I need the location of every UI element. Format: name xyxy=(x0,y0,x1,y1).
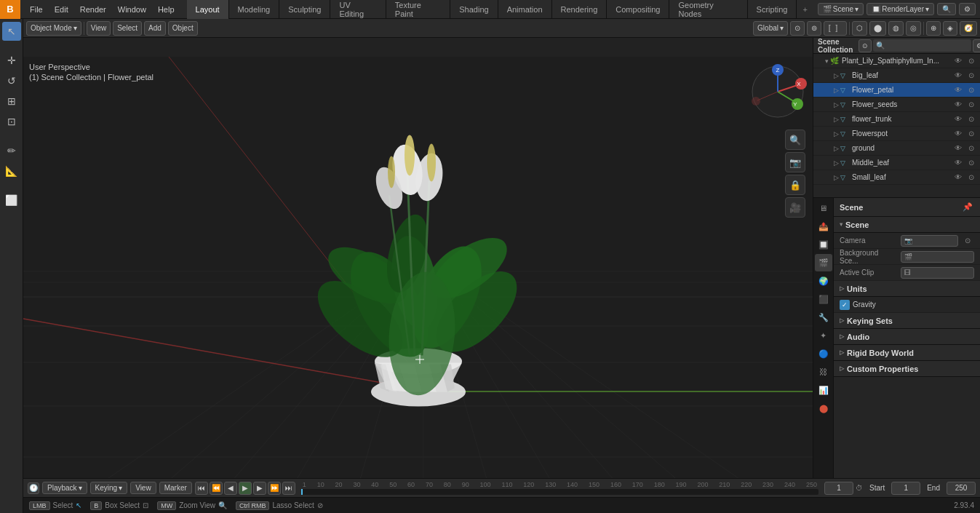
visibility-icon[interactable]: 👁 xyxy=(952,55,964,67)
viewport-overlay-btn[interactable]: ◈ xyxy=(943,21,957,36)
outliner-item-smallleaf[interactable]: ▷ ▽ Small_leaf 👁 ⊙ xyxy=(813,170,980,185)
jump-end-btn[interactable]: ⏭ xyxy=(282,482,295,495)
object-mode-dropdown[interactable]: Object Mode ▾ xyxy=(26,21,81,36)
rendered-shading-btn[interactable]: ◎ xyxy=(906,21,921,36)
view-layer-props-icon[interactable]: 🔲 xyxy=(815,236,832,253)
menu-render[interactable]: Render xyxy=(75,4,111,15)
search-button[interactable]: 🔍 xyxy=(937,3,956,15)
gravity-checkbox[interactable]: ✓ xyxy=(840,300,850,310)
customprops-section-header[interactable]: ▷ Custom Properties xyxy=(834,361,980,377)
add-workspace-button[interactable]: + xyxy=(797,0,813,19)
ground-excl-icon[interactable]: ⊙ xyxy=(965,143,977,154)
jump-start-btn[interactable]: ⏮ xyxy=(195,482,208,495)
rigidbody-section-header[interactable]: ▷ Rigid Body World xyxy=(834,345,980,361)
filter-button[interactable]: ⚙ xyxy=(959,3,976,15)
keying-menu-btn[interactable]: Keying ▾ xyxy=(90,482,128,494)
object-menu-btn[interactable]: Object xyxy=(168,21,198,36)
rotate-tool-btn[interactable]: ↺ xyxy=(2,71,21,90)
render-props-icon[interactable]: 🖥 xyxy=(815,199,832,217)
timeline-type-btn[interactable]: 🕐 xyxy=(28,482,39,494)
menu-help[interactable]: Help xyxy=(153,4,180,15)
current-frame-input[interactable] xyxy=(824,482,853,495)
object-props-icon[interactable]: ⬛ xyxy=(815,290,832,308)
outliner-item-root[interactable]: ▾ 🌿 Plant_Lily_Spathiphyllum_In... 👁 ⊙ xyxy=(813,54,980,68)
ground-vis-icon[interactable]: 👁 xyxy=(952,143,964,154)
timeline-frame-area[interactable]: 1 10 20 30 40 50 60 70 80 90 100 110 120… xyxy=(298,479,821,497)
outliner-item-flowerspot[interactable]: ▷ ▽ Flowerspot 👁 ⊙ xyxy=(813,127,980,141)
outliner-item-flowerseeds[interactable]: ▷ ▽ Flower_seeds 👁 ⊙ xyxy=(813,98,980,112)
units-section-header[interactable]: ▷ Units xyxy=(834,281,980,297)
bigleaf-excl-icon[interactable]: ⊙ xyxy=(965,70,977,81)
tab-scripting[interactable]: Scripting xyxy=(748,0,797,19)
playback-menu-btn[interactable]: Playback ▾ xyxy=(42,482,87,494)
select-tool-btn[interactable]: ↖ xyxy=(2,22,21,41)
middleleaf-vis-icon[interactable]: 👁 xyxy=(952,157,964,169)
viewport[interactable]: User Perspective (1) Scene Collection | … xyxy=(23,38,813,478)
tab-animation[interactable]: Animation xyxy=(498,0,552,19)
add-menu-btn[interactable]: Add xyxy=(144,21,166,36)
tab-geometry-nodes[interactable]: Geometry Nodes xyxy=(669,0,747,19)
select-menu-btn[interactable]: Select xyxy=(113,21,142,36)
flowerspot-excl-icon[interactable]: ⊙ xyxy=(965,128,977,140)
outliner-item-middleleaf[interactable]: ▷ ▽ Middle_leaf 👁 ⊙ xyxy=(813,156,980,170)
camera-browse-btn[interactable]: ⊙ xyxy=(961,235,974,247)
props-pin-btn[interactable]: 📌 xyxy=(961,201,974,214)
wireframe-shading-btn[interactable]: ⬡ xyxy=(852,21,867,36)
outliner-item-flowerpetal[interactable]: ▷ ▽ Flower_petal 👁 ⊙ xyxy=(813,83,980,98)
snap-type-btn[interactable]: 〚〛 xyxy=(824,21,847,36)
modifier-props-icon[interactable]: 🔧 xyxy=(815,309,832,326)
audio-section-header[interactable]: ▷ Audio xyxy=(834,329,980,345)
gizmo-options-btn[interactable]: 🧭 xyxy=(960,21,977,36)
measure-tool-btn[interactable]: 📐 xyxy=(2,162,21,180)
keyingsets-section-header[interactable]: ▷ Keying Sets xyxy=(834,313,980,329)
add-cube-btn[interactable]: ⬜ xyxy=(2,191,21,210)
lock-view-btn[interactable]: 🔒 xyxy=(785,175,805,195)
zoom-in-btn[interactable]: 🔍 xyxy=(785,130,805,150)
outliner-filter-btn[interactable]: ⊙ xyxy=(859,39,872,52)
move-tool-btn[interactable]: ✛ xyxy=(2,51,21,70)
flowertrunk-excl-icon[interactable]: ⊙ xyxy=(965,114,977,125)
scale-tool-btn[interactable]: ⊞ xyxy=(2,92,21,111)
outliner-search-input[interactable] xyxy=(873,39,971,52)
tab-rendering[interactable]: Rendering xyxy=(552,0,607,19)
outliner-item-bigleaf[interactable]: ▷ ▽ Big_leaf 👁 ⊙ xyxy=(813,68,980,83)
solid-shading-btn[interactable]: ⬤ xyxy=(869,21,886,36)
scene-props-icon[interactable]: 🎬 xyxy=(815,254,832,271)
exclude-icon[interactable]: ⊙ xyxy=(965,55,977,67)
world-props-icon[interactable]: 🌍 xyxy=(815,272,832,290)
outliner-item-flowertrunk[interactable]: ▷ ▽ flower_trunk 👁 ⊙ xyxy=(813,112,980,127)
output-props-icon[interactable]: 📤 xyxy=(815,218,832,235)
flowerseeds-vis-icon[interactable]: 👁 xyxy=(952,99,964,111)
tab-texture-paint[interactable]: Texture Paint xyxy=(386,0,450,19)
flowerpetal-excl-icon[interactable]: ⊙ xyxy=(965,84,977,96)
middleleaf-excl-icon[interactable]: ⊙ xyxy=(965,157,977,169)
play-btn[interactable]: ▶ xyxy=(239,482,252,495)
start-frame-input[interactable] xyxy=(891,482,920,495)
camera-view-btn[interactable]: 📷 xyxy=(785,152,805,172)
material-props-icon[interactable]: ⬤ xyxy=(815,399,832,417)
flowerpetal-vis-icon[interactable]: 👁 xyxy=(952,84,964,96)
menu-edit[interactable]: Edit xyxy=(49,4,73,15)
scene-selector[interactable]: 🎬 Scene ▾ xyxy=(818,3,864,15)
tab-uv-editing[interactable]: UV Editing xyxy=(330,0,386,19)
timeline-scrubber[interactable]: 1 10 20 30 40 50 60 70 80 90 100 110 120… xyxy=(301,481,818,495)
render-layer-selector[interactable]: 🔲 RenderLayer ▾ xyxy=(867,3,934,15)
global-transform-btn[interactable]: Global ▾ xyxy=(753,21,788,36)
activeclip-value-field[interactable]: 🎞 xyxy=(901,267,974,279)
smallleaf-vis-icon[interactable]: 👁 xyxy=(952,172,964,183)
next-keyframe-btn[interactable]: ⏩ xyxy=(268,482,281,495)
prev-keyframe-btn[interactable]: ⏪ xyxy=(210,482,223,495)
next-frame-btn[interactable]: ▶ xyxy=(253,482,266,495)
particles-props-icon[interactable]: ✦ xyxy=(815,327,832,344)
material-shading-btn[interactable]: ◍ xyxy=(888,21,904,36)
end-frame-input[interactable] xyxy=(947,482,976,495)
tab-layout[interactable]: Layout xyxy=(187,0,229,19)
physics-props-icon[interactable]: 🔵 xyxy=(815,345,832,362)
outliner-sort-btn[interactable]: ⚙ xyxy=(973,39,980,52)
navigation-gizmo[interactable]: X Y Z xyxy=(749,63,807,121)
tab-modeling[interactable]: Modeling xyxy=(229,0,280,19)
timeline-view-btn[interactable]: View xyxy=(130,482,156,494)
prev-frame-btn[interactable]: ◀ xyxy=(224,482,237,495)
bgscene-value-field[interactable]: 🎬 xyxy=(901,251,974,263)
flowertrunk-vis-icon[interactable]: 👁 xyxy=(952,114,964,125)
